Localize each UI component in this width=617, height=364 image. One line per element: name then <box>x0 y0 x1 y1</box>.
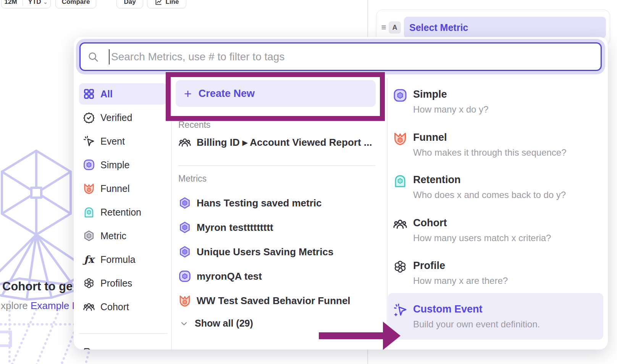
chart-type-line-button[interactable]: Line <box>147 0 186 8</box>
metric-list-item[interactable]: Hans Testing saved metric <box>178 195 322 211</box>
formula-fx-icon: ƒx <box>83 253 95 266</box>
type-desc: Build your own event definition. <box>413 319 540 330</box>
type-desc: Who does x and comes back to do y? <box>413 190 566 200</box>
sidebar-item-label: Verified <box>100 112 132 123</box>
empty-state-heading: Cohort to ge <box>2 280 73 293</box>
retention-icon <box>83 206 95 218</box>
verified-badge-icon <box>83 111 95 124</box>
type-desc: How many x do y? <box>413 104 488 115</box>
type-title: Retention <box>413 174 461 186</box>
grid-icon <box>83 88 95 100</box>
funnel-icon <box>178 294 191 307</box>
sidebar-item-cohort[interactable]: Cohort <box>79 296 167 317</box>
metric-item-label: myronQA test <box>197 271 262 282</box>
annotation-arrow-head <box>383 322 401 350</box>
series-badge[interactable]: A <box>389 21 401 34</box>
range-12m-button[interactable]: 12M <box>0 0 23 6</box>
text-caret <box>109 49 110 64</box>
sidebar-item-retention[interactable]: Retention <box>79 201 167 223</box>
sidebar-item-label: Simple <box>100 159 129 171</box>
type-title: Profile <box>413 260 445 272</box>
explore-prefix: xplore <box>1 300 31 311</box>
sidebar-item-verified[interactable]: Verified <box>79 107 167 128</box>
simple-metric-icon <box>83 159 95 171</box>
sidebar-item-clipped[interactable]: T <box>79 342 167 350</box>
sidebar-item-event[interactable]: Event <box>79 130 167 152</box>
profiles-flower-icon <box>393 260 407 274</box>
sidebar-item-label: Funnel <box>100 183 129 194</box>
metric-hexagon-icon-purple <box>178 221 191 234</box>
app-root: Cohort to ge xplore Example R 12MYTD⌄ Co… <box>0 0 617 364</box>
simple-metric-icon <box>393 89 407 102</box>
line-chart-icon <box>155 0 162 6</box>
metric-list-item[interactable]: Unique Users Saving Metrics <box>178 244 333 259</box>
recent-item-label: Billing ID ▸ Account Viewed Report ... <box>197 137 372 148</box>
custom-event-highlight <box>388 293 603 340</box>
metric-hexagon-icon-purple <box>178 196 191 209</box>
chevron-down-icon: ⌄ <box>44 0 48 5</box>
metric-item-label: Unique Users Saving Metrics <box>197 246 333 258</box>
type-desc: Who makes it through this sequence? <box>413 147 567 158</box>
metric-list-item[interactable]: WW Test Saved Behavior Funnel <box>178 293 350 308</box>
type-title: Simple <box>413 89 447 100</box>
cohort-people-icon <box>83 301 95 313</box>
search-bar[interactable] <box>79 42 602 71</box>
metric-hexagon-icon-purple <box>178 245 191 258</box>
sidebar-item-label: T <box>100 348 106 350</box>
search-input[interactable] <box>111 51 601 63</box>
type-title: Cohort <box>413 217 447 229</box>
drag-handle-icon[interactable]: ≡ <box>380 23 388 32</box>
metric-item-label: WW Test Saved Behavior Funnel <box>197 295 350 307</box>
granularity-day-button[interactable]: Day <box>116 0 143 8</box>
empty-state-explore: xplore Example R <box>1 300 79 312</box>
annotation-arrow <box>319 332 384 339</box>
cohort-people-icon <box>393 217 407 231</box>
sidebar-item-metric[interactable]: Metric <box>79 225 167 246</box>
sidebar-item-formula[interactable]: ƒx Formula <box>79 249 167 270</box>
sidebar-item-label: Retention <box>100 207 141 218</box>
sidebar-item-simple[interactable]: Simple <box>79 154 167 176</box>
funnel-icon <box>393 132 407 145</box>
sidebar-item-label: Metric <box>100 230 126 242</box>
sidebar-item-profiles[interactable]: Profiles <box>79 272 167 294</box>
metrics-label: Metrics <box>178 174 207 184</box>
event-cursor-icon <box>83 135 95 147</box>
select-metric-chip[interactable]: Select Metric <box>404 17 606 38</box>
sidebar-item-label: Profiles <box>100 278 132 289</box>
profiles-flower-icon <box>83 277 95 289</box>
metric-item-label: Myron testtttttttt <box>197 222 273 234</box>
compare-button[interactable]: Compare <box>55 0 96 8</box>
sidebar-item-label: Formula <box>100 254 136 265</box>
example-reports-link[interactable]: Example R <box>31 300 79 311</box>
show-all-button[interactable]: Show all (29) <box>179 318 253 329</box>
simple-metric-icon <box>178 270 191 283</box>
recent-item[interactable]: Billing ID ▸ Account Viewed Report ... <box>178 135 372 150</box>
sidebar-item-label: Event <box>100 136 125 147</box>
recents-label: Recents <box>178 120 210 130</box>
time-range-group[interactable]: 12MYTD⌄ <box>1 0 51 8</box>
metric-hexagon-icon <box>83 230 95 242</box>
funnel-icon <box>83 182 95 195</box>
chevron-down-icon <box>179 319 189 328</box>
sidebar-divider <box>79 333 168 334</box>
sidebar-item-label: Cohort <box>100 301 129 312</box>
metric-item-label: Hans Testing saved metric <box>197 197 322 209</box>
range-ytd-button[interactable]: YTD⌄ <box>23 0 53 6</box>
type-title: Funnel <box>413 132 447 143</box>
type-desc: How many x are there? <box>413 275 508 286</box>
show-all-label: Show all (29) <box>195 318 253 329</box>
search-icon <box>87 51 99 63</box>
middle-divider <box>178 165 375 166</box>
column-divider <box>387 78 388 350</box>
sidebar-item-funnel[interactable]: Funnel <box>79 178 167 199</box>
type-desc: How many users match x criteria? <box>413 233 551 243</box>
metric-list-item[interactable]: Myron testtttttttt <box>178 220 273 235</box>
type-title: Custom Event <box>413 303 483 315</box>
cohort-people-icon <box>178 136 191 149</box>
sidebar-item-label: All <box>100 89 113 100</box>
sidebar-item-all[interactable]: All <box>79 83 167 105</box>
custom-event-sparkle-icon <box>393 303 407 317</box>
metric-list-item[interactable]: myronQA test <box>178 269 262 284</box>
tag-icon <box>83 347 95 350</box>
annotation-rectangle <box>166 72 385 121</box>
